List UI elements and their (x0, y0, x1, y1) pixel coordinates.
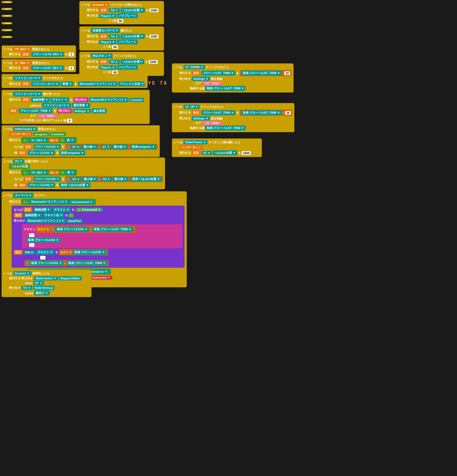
rye-ta-text: RYE TA , (144, 80, 176, 86)
lp-val-set: 設定 (21, 97, 30, 102)
stop-btn-to: を (145, 60, 148, 64)
global-ch2-value (5, 9, 10, 9)
timer1-plus1: + (90, 228, 92, 231)
lp-val-to: を (70, 98, 73, 102)
screen1-init-horizontal: 縦並び ▼ (34, 290, 50, 295)
th-pos-knob: つまみの位置 (9, 164, 30, 169)
timer1-bt-client: Bluetoothクライアント1 ▼ (30, 199, 69, 204)
st-touch-value: 1500 (242, 151, 251, 155)
st-up-store: 値を格納 (211, 117, 222, 121)
timer1-var: タイマー1 ▼ (13, 193, 33, 198)
th-pos-execute: 実行する (9, 170, 21, 174)
lp-val-text: テキスト ▼ (51, 97, 69, 102)
global-st-rev-value (5, 30, 10, 30)
screen1-back-event: いつも Screen1 ▼ バックキーが押されたら 実行する 設定 TH ▼ つ… (79, 1, 164, 24)
th-pos-set-ch2-2: 設定 (18, 183, 27, 188)
timer1-to: を (72, 208, 75, 212)
th-rev-changed-text: 変更されたら (32, 47, 50, 51)
st-down-label: いつも (174, 65, 183, 69)
screen1-call: 呼び出す (87, 14, 98, 18)
st-down-clicked: クリックされたら (206, 65, 229, 69)
timer1-bt-client2: Bluetoothクライアント1 ▼ (26, 218, 66, 223)
accel-player1: Player1 ▼ (99, 40, 116, 44)
st-down-get-trim: 取得 グローバルST_TRIM ▼ (241, 71, 282, 76)
st-up-store-value: 格納する値 (190, 126, 204, 130)
timer1-plus2: + (64, 262, 66, 265)
screen1-init-call2: 呼び出す (9, 286, 21, 290)
timer1-text-prop: テキスト ▼ (52, 207, 71, 212)
st-changed-var: SliderTools1 ▼ (13, 127, 37, 131)
timer1-get-ch2-2: 取得 グローバルCH2 ▼ (73, 250, 107, 255)
stop-btn-ms: ミリ秒 (103, 70, 111, 74)
st-down-to: を (236, 71, 239, 75)
th-rev-event: いつも TH_REV ▼ 変更されたら 実行する 設定 グローバルTH_REV … (2, 45, 76, 58)
timer1-green-color (69, 214, 74, 217)
lp-touch-touched: タッチされたら (43, 76, 63, 80)
accel-to: を (146, 34, 149, 38)
st-changed-label: いつも (4, 127, 12, 131)
lp-touch-var: リストピッカー1 ▼ (13, 76, 42, 81)
timer1-get-ch1-2: 取得 グローバルCH1 ▼ (30, 261, 63, 266)
st-rev-execute: 実行する (9, 66, 21, 70)
timer1-dot2: . (29, 243, 34, 247)
timer1-then: ならば (14, 208, 22, 212)
screen1-init-event: いつも Screen1 ▼ 初期化したら 実行する 呼び出す SliderToo… (2, 270, 92, 297)
st-up-plus-value: 10 (285, 111, 291, 115)
timer1-status-var2: 接続状態 ▼ (24, 213, 42, 218)
lp-val-default: タグが存在しない時のデフォルト値 (20, 118, 66, 122)
lp-val-status: 接続状態 ▼ (31, 97, 50, 102)
global-st-rev (2, 29, 12, 31)
listpicker-touch-event: いつも リストピッカー1 ▼ タッチされたら 実行する 設定 リストピッカー1 … (2, 74, 148, 88)
screen1-ms-value: 50 (117, 19, 123, 23)
timer1-get-trim2: 取得 グローバルST_TRIM ▼ (67, 261, 107, 266)
th-pos-get-knob2: 取得 つまみの位置 ▼ (60, 183, 90, 188)
stop-btn-event: いつも 停止ボタン ▼ クリックされたら 実行する 設定 TH ▼ つまみの位置… (79, 52, 164, 76)
st-up-global-trim: グローバルST_TRIM ▼ (202, 110, 235, 115)
th-pos-to2: を (56, 183, 59, 187)
screen1-set: 設定 (99, 8, 108, 13)
lp-val-get-value: 値を取得 (92, 108, 107, 113)
slidertools-touch-event: いつも SliderTools1 ▼ タッチした指を離したら コンポーネント 実… (172, 138, 262, 157)
st-touch-var: SliderTools1 ▼ (184, 140, 208, 144)
lp-val-connect: Connect (129, 98, 144, 102)
lp-touch-set: 設定 (21, 81, 30, 86)
th-pos-text: 位置が変わったら (25, 159, 48, 163)
screen1-init-slider-label: slider (25, 281, 33, 285)
accel-vibrate: バイブレート (117, 39, 138, 44)
st-changed-if: もし (23, 138, 29, 142)
st-rev-value: 1 (68, 66, 74, 70)
stop-btn-clicked: クリックされたら (113, 54, 136, 58)
st-up-to: を (236, 111, 239, 115)
timer1-label: いつも (4, 193, 12, 197)
lp-val-global-trim: グローバルST_TRIM ▼ (19, 108, 53, 113)
screen1-execute: 実行する (87, 8, 98, 12)
lp-val-tag-val: * ST_TRIM * (37, 114, 57, 118)
st-down-event: いつも ST_DOWN ▼ クリックされたら 実行する 設定 グローバルST_T… (172, 63, 294, 93)
timer1-text-color: テキスト色 ▼ (43, 213, 64, 218)
lp-touch-execute: 実行する (9, 82, 21, 86)
screen1-back-text: バックキーが押されたら (110, 3, 142, 7)
st-down-tag-value: * ST_TRIM * (202, 82, 222, 85)
st-up-label: いつも (174, 105, 183, 109)
th-rev-to: を (65, 52, 68, 56)
th-pos-th2: TH ▼ (101, 177, 112, 181)
st-changed-then: ならば (14, 145, 23, 149)
timer1-dot3: . (40, 256, 45, 260)
stop-btn-vibrate: バイブレート (117, 65, 138, 70)
timer1-text-label: テキスト (24, 227, 35, 231)
th-pos-set-ch2: 設定 (24, 177, 33, 182)
timer1-sendtext: SendText (66, 219, 83, 223)
st-rev-event-label: いつも (4, 61, 12, 65)
listpicker-value-event: いつも リストピッカー1 ▼ 値が戻ったら 実行する 設定 接続状態 ▼ テキス… (2, 90, 150, 124)
st-down-store-value: 格納する値 (190, 86, 204, 90)
lp-val-lp1: リストピッカー1 ▼ (42, 103, 71, 108)
accel-th: TH ▼ (109, 34, 120, 39)
th-pos-global-ch2: グローバルCH2 ▼ (34, 177, 61, 182)
st-changed-to: を (62, 145, 65, 149)
th-pos-on: On ▼ (49, 170, 60, 175)
screen1-init-slidertools: SliderTools1 ▼ (34, 276, 58, 280)
lp-touch-to: を (74, 82, 77, 86)
screen1-ms: ミリ秒 (108, 19, 117, 23)
th-pos-event: いつも TH ▼ 位置が変わったら つまみの位置 実行する もし TH_REV … (2, 158, 165, 189)
th-pos-max: 最大値 ▼ (113, 177, 128, 182)
